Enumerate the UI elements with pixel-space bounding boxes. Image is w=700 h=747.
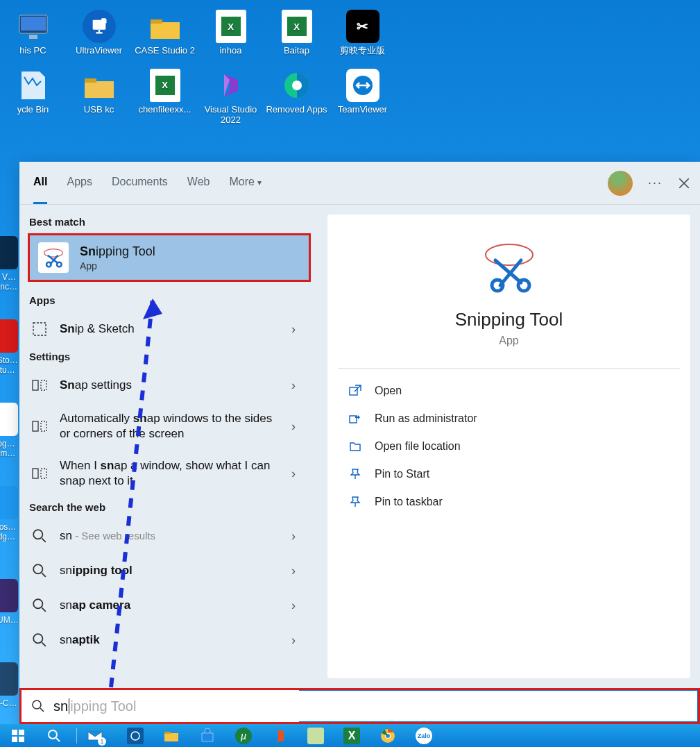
desktop-icon[interactable]: Xinhoa	[198, 6, 264, 56]
taskbar-mail[interactable]: 1	[85, 724, 113, 747]
taskbar-explorer[interactable]	[157, 724, 185, 747]
taskbar-store[interactable]	[194, 724, 221, 747]
desktop-icon-cut[interactable]: cros…Edg…	[0, 458, 19, 542]
chevron-right-icon: ›	[291, 322, 305, 337]
desktop-icon[interactable]: UltraViewer	[66, 6, 132, 56]
desktop-icon-cut[interactable]: stSto…aptu…	[0, 292, 19, 375]
desktop-icon-cut[interactable]: ev-C…	[0, 625, 19, 708]
results-column: Best match Snipping Tool App Apps Snip &…	[19, 205, 318, 688]
desktop-icon-cut[interactable]: arUM…	[0, 542, 19, 625]
desktop-icon[interactable]: Visual Studio 2022	[198, 65, 264, 126]
best-match-item[interactable]: Snipping Tool App	[28, 233, 311, 282]
svg-point-10	[46, 262, 51, 267]
action-pin-taskbar[interactable]: Pin to taskbar	[327, 488, 690, 516]
section-web: Search the web	[28, 497, 318, 519]
desktop-icon[interactable]: ycle Bin	[0, 65, 66, 126]
desktop-icon[interactable]: CASE Studio 2	[132, 6, 198, 56]
taskbar-chrome[interactable]	[374, 724, 402, 747]
svg-rect-15	[33, 421, 38, 431]
header-more-icon[interactable]: ···	[648, 176, 663, 190]
action-pin-start[interactable]: Pin to Start	[327, 460, 690, 488]
desktop-icon[interactable]: Xchenfileexx...	[132, 65, 198, 126]
app-icon	[31, 320, 49, 338]
svg-rect-12	[33, 323, 46, 335]
search-icon	[31, 562, 49, 580]
setting-snap-settings[interactable]: Snap settings ›	[28, 368, 318, 403]
start-button[interactable]	[4, 724, 32, 747]
app-icon	[83, 69, 116, 102]
app-icon	[148, 10, 182, 43]
svg-rect-35	[164, 732, 171, 734]
app-icon	[17, 69, 50, 102]
search-typed-text: sn	[53, 698, 68, 714]
svg-point-7	[292, 81, 302, 90]
taskbar-snip-pic[interactable]	[302, 724, 330, 747]
svg-rect-14	[41, 380, 46, 390]
svg-point-24	[492, 280, 503, 291]
setting-text: Automatically snap windows to the sides …	[60, 411, 280, 442]
user-avatar[interactable]	[608, 171, 633, 196]
tab-documents[interactable]: Documents	[112, 162, 168, 204]
setting-snap-show[interactable]: When I snap a window, show what I can sn…	[28, 450, 318, 497]
app-icon	[17, 10, 50, 43]
desktop-icon[interactable]: his PC	[0, 6, 66, 56]
desktop-icon[interactable]: TeamViewer	[330, 65, 395, 126]
admin-icon	[348, 412, 362, 426]
web-result[interactable]: sn - See web results›	[28, 519, 318, 553]
action-run-admin[interactable]: Run as administrator	[327, 405, 690, 433]
desktop-icon-cut[interactable]: oog…rom…	[0, 375, 19, 458]
svg-rect-29	[12, 730, 17, 735]
best-match-title: Snipping Tool	[80, 244, 155, 259]
desktop-icon[interactable]: Removed Apps	[264, 65, 330, 126]
chevron-right-icon: ›	[291, 564, 305, 578]
tab-all[interactable]: All	[33, 162, 47, 204]
taskbar-office[interactable]	[266, 724, 293, 747]
svg-rect-4	[151, 19, 162, 24]
snap-icon	[31, 376, 49, 394]
search-header: All Apps Documents Web More ▾ ···	[19, 162, 700, 205]
snipping-tool-large-icon	[478, 240, 540, 295]
taskbar-excel[interactable]: X	[338, 724, 366, 747]
desktop-icon[interactable]: ✂剪映专业版	[330, 6, 395, 56]
search-icon	[31, 527, 49, 545]
search-icon	[31, 631, 49, 649]
tab-web[interactable]: Web	[187, 162, 210, 204]
svg-point-22	[33, 635, 42, 644]
desktop-icon[interactable]: XBaitap	[264, 6, 330, 56]
close-icon[interactable]	[678, 177, 690, 190]
desktop-icon[interactable]: USB kc	[66, 65, 132, 126]
svg-rect-32	[19, 737, 24, 742]
app-icon: X	[214, 10, 248, 43]
tab-more[interactable]: More ▾	[229, 162, 262, 204]
desktop-icon-cut[interactable]: az V…hanc…	[0, 208, 19, 292]
search-tabs: All Apps Documents Web More ▾	[33, 162, 262, 204]
taskbar-utorrent[interactable]: µ	[230, 724, 257, 747]
svg-rect-2	[29, 35, 37, 39]
web-result[interactable]: snipping tool›	[28, 553, 318, 588]
pin-icon	[348, 467, 362, 481]
action-file-location[interactable]: Open file location	[327, 433, 690, 460]
search-icon	[31, 699, 45, 713]
detail-title: Snipping Tool	[455, 309, 563, 330]
search-input-bar[interactable]: snipping Tool	[19, 688, 700, 724]
detail-subtitle: App	[499, 335, 518, 347]
app-icon: ✂	[346, 10, 379, 43]
chevron-right-icon: ›	[291, 633, 305, 648]
search-panel: All Apps Documents Web More ▾ ··· Best m…	[19, 162, 700, 724]
app-icon	[214, 69, 248, 102]
taskbar-zalo[interactable]: Zalo	[410, 724, 438, 747]
tab-apps[interactable]: Apps	[67, 162, 92, 204]
taskbar-app-blue[interactable]	[121, 724, 149, 747]
snap-icon	[31, 464, 49, 482]
app-icon: X	[148, 69, 182, 102]
web-result[interactable]: snaptik›	[28, 623, 318, 657]
taskbar-separator	[76, 728, 77, 744]
search-button[interactable]	[40, 724, 68, 747]
setting-auto-snap[interactable]: Automatically snap windows to the sides …	[28, 403, 318, 450]
app-snip-sketch[interactable]: Snip & Sketch ›	[28, 312, 318, 346]
action-open[interactable]: Open	[327, 377, 690, 405]
folder-icon	[348, 439, 362, 453]
section-settings: Settings	[28, 346, 318, 368]
chevron-right-icon: ›	[291, 378, 305, 393]
web-result[interactable]: snap camera›	[28, 588, 318, 623]
